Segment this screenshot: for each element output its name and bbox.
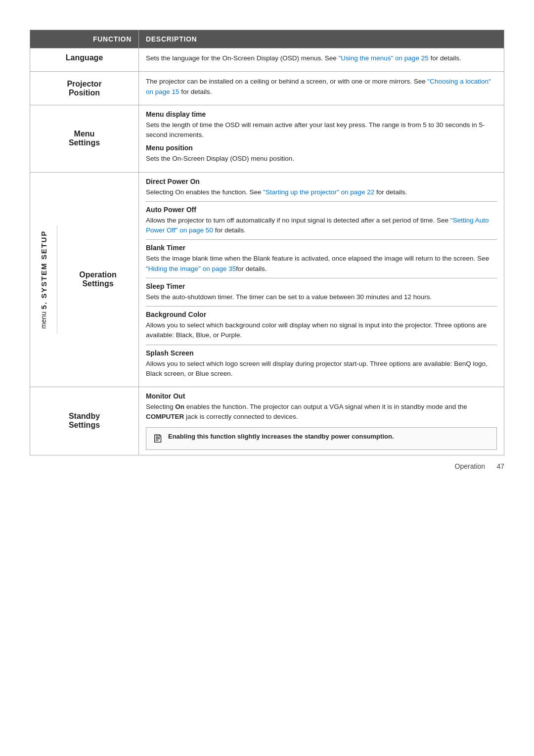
table-header-row: Function Description [30,30,504,48]
direct-power-on-desc: Selecting On enables the function. See "… [146,187,497,197]
language-link[interactable]: "Using the menus" on page 25 [338,54,428,62]
auto-power-off-link[interactable]: "Setting Auto Power Off" on page 50 [146,217,489,234]
function-label: MenuSettings [69,130,100,147]
background-color-heading: Background Color [146,311,497,318]
divider [146,345,497,345]
blank-timer-link[interactable]: "Hiding the image" on page 35 [146,265,236,272]
main-table: Function Description Language Sets the l… [30,30,504,455]
divider [146,239,497,240]
splash-screen-desc: Allows you to select which logo screen w… [146,359,497,379]
note-box: 🖹 Enabling this function slightly increa… [146,427,497,450]
auto-power-off-desc: Allows the projector to turn off automat… [146,216,497,236]
menu-display-time-desc: Sets the length of time the OSD will rem… [146,120,497,140]
language-desc: Sets the language for the On-Screen Disp… [146,53,497,63]
description-operation-settings: Direct Power On Selecting On enables the… [139,172,504,387]
note-icon: 🖹 [152,433,163,445]
function-menu-settings: MenuSettings [30,105,139,172]
function-label: Language [66,53,103,62]
description-projector-position: The projector can be installed on a ceil… [139,72,504,105]
page-container: Function Description Language Sets the l… [0,0,534,495]
description-menu-settings: Menu display time Sets the length of tim… [139,105,504,172]
menu-label: menu [40,311,47,329]
auto-power-off-heading: Auto Power Off [146,206,497,214]
sleep-timer-desc: Sets the auto-shutdown timer. The timer … [146,292,497,302]
footer-label: Operation [455,462,485,470]
table-row-standby: StandbySettings Monitor Out Selecting On… [30,387,504,455]
system-setup-label: 5. SYSTEM SETUP [40,230,48,310]
function-projector-position: ProjectorPosition [30,72,139,105]
note-text: Enabling this function slightly increase… [168,432,394,442]
function-label: StandbySettings [69,412,100,429]
header-description: Description [139,30,504,48]
table-row: MenuSettings Menu display time Sets the … [30,105,504,172]
blank-timer-desc: Sets the image blank time when the Blank… [146,254,497,274]
direct-power-on-link[interactable]: "Starting up the projector" on page 22 [263,188,374,196]
sleep-timer-heading: Sleep Timer [146,282,497,290]
function-standby-settings: StandbySettings [30,387,139,455]
splash-screen-heading: Splash Screen [146,349,497,357]
description-language: Sets the language for the On-Screen Disp… [139,48,504,72]
left-section: 5. SYSTEM SETUP menu OperationSettings [30,225,138,334]
function-operation-settings: 5. SYSTEM SETUP menu OperationSettings [30,172,139,387]
function-label: ProjectorPosition [67,80,101,97]
header-function: Function [30,30,139,48]
page-footer: Operation 47 [455,462,504,470]
operation-settings-label: OperationSettings [57,225,138,334]
direct-power-on-heading: Direct Power On [146,178,497,185]
footer-page: 47 [496,462,504,470]
projector-position-desc: The projector can be installed on a ceil… [146,77,497,97]
table-row: Language Sets the language for the On-Sc… [30,48,504,72]
table-row: ProjectorPosition The projector can be i… [30,72,504,105]
divider [146,306,497,307]
projector-position-link[interactable]: "Choosing a location" on page 15 [146,78,491,95]
background-color-desc: Allows you to select which background co… [146,320,497,341]
monitor-out-heading: Monitor Out [146,392,497,400]
sidebar-system-setup: 5. SYSTEM SETUP menu [30,225,57,334]
monitor-out-desc: Selecting On enables the function. The p… [146,402,497,422]
function-language: Language [30,48,139,72]
divider [146,201,497,202]
menu-display-time-heading: Menu display time [146,110,497,118]
table-row-operation: 5. SYSTEM SETUP menu OperationSettings D… [30,172,504,387]
blank-timer-heading: Blank Timer [146,244,497,252]
menu-position-heading: Menu position [146,144,497,152]
divider [146,278,497,278]
menu-position-desc: Sets the On-Screen Display (OSD) menu po… [146,154,497,164]
description-standby-settings: Monitor Out Selecting On enables the fun… [139,387,504,455]
